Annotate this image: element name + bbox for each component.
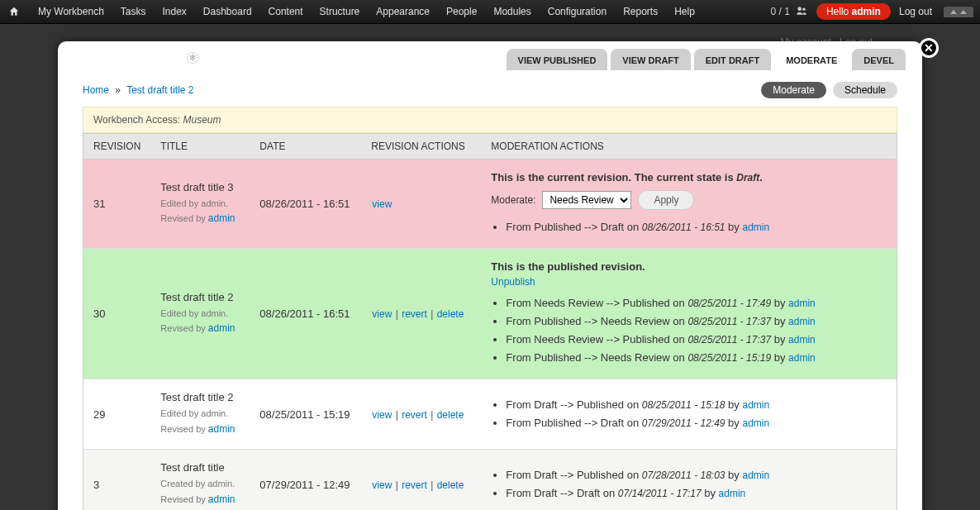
row-date: 07/29/2011 - 12:49: [250, 450, 361, 510]
revert-link[interactable]: revert: [402, 409, 427, 421]
user-link[interactable]: admin: [742, 399, 769, 411]
view-link[interactable]: view: [372, 308, 392, 320]
overlay-panel: ✕ Test draft title 2 History ✻ VIEW PUBL…: [58, 41, 922, 510]
revision-id: 30: [83, 249, 151, 379]
row-meta: Revised by admin: [160, 422, 240, 437]
tab-moderate[interactable]: MODERATE: [774, 49, 849, 70]
admin-menu-item[interactable]: Index: [155, 0, 195, 24]
admin-menu-item[interactable]: Configuration: [540, 0, 615, 24]
delete-link[interactable]: delete: [437, 409, 464, 421]
hello-badge[interactable]: Hello admin: [816, 3, 891, 20]
history-item: From Published --> Draft on 08/26/2011 -…: [506, 218, 887, 236]
close-icon[interactable]: ✕: [919, 38, 939, 58]
user-link[interactable]: admin: [719, 488, 746, 499]
moderation-cell: This is the current revision. The curren…: [481, 160, 897, 249]
moderation-cell: This is the published revision.Unpublish…: [481, 249, 897, 379]
overlay-tabs: VIEW PUBLISHEDVIEW DRAFTEDIT DRAFTMODERA…: [507, 49, 906, 70]
column-header: DATE: [250, 134, 361, 160]
row-meta: Edited by admin.: [160, 307, 240, 322]
svg-point-1: [802, 7, 806, 11]
revision-id: 31: [83, 160, 151, 249]
user-link[interactable]: admin: [788, 298, 816, 309]
apply-button[interactable]: Apply: [638, 190, 694, 210]
row-date: 08/26/2011 - 16:51: [250, 160, 361, 249]
delete-link[interactable]: delete: [437, 308, 464, 320]
user-link[interactable]: admin: [742, 469, 769, 481]
table-row: 3Test draft titleCreated by admin.Revise…: [83, 450, 897, 510]
user-link[interactable]: admin: [788, 316, 816, 327]
table-row: 30Test draft title 2Edited by admin.Revi…: [83, 249, 897, 379]
users-icon: [795, 5, 808, 19]
row-date: 08/26/2011 - 16:51: [250, 249, 361, 379]
history-item: From Draft --> Draft on 07/14/2011 - 17:…: [506, 484, 887, 503]
admin-menu-item[interactable]: Dashboard: [195, 0, 260, 24]
user-link[interactable]: admin: [208, 423, 235, 435]
tab-view-published[interactable]: VIEW PUBLISHED: [507, 49, 608, 70]
home-icon[interactable]: [7, 4, 21, 19]
history-list: From Needs Review --> Published on 08/25…: [506, 294, 887, 367]
revision-actions: view | revert | delete: [361, 379, 481, 450]
revision-actions: view | revert | delete: [361, 249, 481, 379]
moderation-cell: From Draft --> Published on 08/25/2011 -…: [481, 379, 897, 450]
history-list: From Draft --> Published on 08/25/2011 -…: [506, 396, 887, 432]
user-link[interactable]: admin: [788, 334, 816, 346]
column-header: TITLE: [150, 134, 250, 160]
column-header: REVISION ACTIONS: [361, 134, 481, 160]
revert-link[interactable]: revert: [402, 479, 427, 491]
tab-edit-draft[interactable]: EDIT DRAFT: [694, 49, 771, 70]
logout-link[interactable]: Log out: [899, 6, 932, 17]
revision-actions: view: [361, 160, 481, 249]
admin-menu-item[interactable]: My Workbench: [30, 0, 112, 24]
history-list: From Draft --> Published on 07/28/2011 -…: [506, 466, 887, 503]
svg-point-0: [797, 7, 802, 11]
gear-icon[interactable]: ✻: [187, 52, 198, 64]
breadcrumb-home[interactable]: Home: [83, 84, 109, 96]
admin-menu-item[interactable]: Tasks: [112, 0, 155, 24]
admin-menu-item[interactable]: Structure: [312, 0, 369, 24]
tab-devel[interactable]: DEVEL: [852, 49, 906, 70]
row-meta: Edited by admin.: [160, 197, 240, 212]
user-link[interactable]: admin: [208, 322, 235, 334]
revert-link[interactable]: revert: [402, 308, 427, 320]
column-header: REVISION: [83, 134, 151, 160]
user-link[interactable]: admin: [208, 493, 235, 505]
admin-menu-item[interactable]: Modules: [485, 0, 539, 24]
view-link[interactable]: view: [372, 479, 392, 491]
table-row: 31Test draft title 3Edited by admin.Revi…: [83, 160, 897, 249]
admin-menu-item[interactable]: Appearance: [368, 0, 438, 24]
history-item: From Published --> Needs Review on 08/25…: [506, 312, 887, 331]
user-count: 0 / 1: [771, 6, 790, 17]
moderate-state-select[interactable]: Needs Review: [542, 191, 631, 209]
row-title: Test draft title 3: [160, 181, 240, 193]
user-link[interactable]: admin: [788, 352, 816, 364]
revision-id: 3: [83, 450, 151, 510]
row-title: Test draft title: [160, 461, 240, 474]
user-link[interactable]: admin: [742, 222, 769, 233]
subtab-schedule[interactable]: Schedule: [833, 82, 897, 98]
view-link[interactable]: view: [372, 198, 392, 210]
row-meta: Edited by admin.: [160, 407, 240, 422]
subtab-moderate[interactable]: Moderate: [761, 82, 826, 98]
row-meta: Revised by admin: [160, 211, 240, 226]
history-item: From Published --> Needs Review on 08/25…: [506, 349, 887, 367]
row-date: 08/25/2011 - 15:19: [250, 379, 361, 450]
admin-menu-item[interactable]: Help: [666, 0, 703, 24]
history-item: From Draft --> Published on 08/25/2011 -…: [506, 396, 887, 414]
shortcut-toggle[interactable]: [944, 7, 973, 17]
breadcrumb-leaf[interactable]: Test draft title 2: [126, 84, 193, 96]
unpublish-link[interactable]: Unpublish: [491, 276, 535, 288]
row-title: Test draft title 2: [160, 291, 240, 303]
admin-menu-item[interactable]: People: [438, 0, 485, 24]
table-row: 29Test draft title 2Edited by admin.Revi…: [83, 379, 897, 450]
history-item: From Needs Review --> Published on 08/25…: [506, 294, 887, 312]
admin-menu-item[interactable]: Reports: [615, 0, 666, 24]
admin-menu-item[interactable]: Content: [260, 0, 312, 24]
user-link[interactable]: admin: [742, 417, 769, 429]
history-list: From Published --> Draft on 08/26/2011 -…: [506, 218, 887, 236]
moderation-cell: From Draft --> Published on 07/28/2011 -…: [481, 450, 897, 510]
page-title: Test draft title 2 History ✻: [58, 52, 507, 69]
delete-link[interactable]: delete: [437, 479, 464, 491]
view-link[interactable]: view: [372, 409, 392, 421]
tab-view-draft[interactable]: VIEW DRAFT: [611, 49, 690, 70]
user-link[interactable]: admin: [208, 212, 235, 224]
